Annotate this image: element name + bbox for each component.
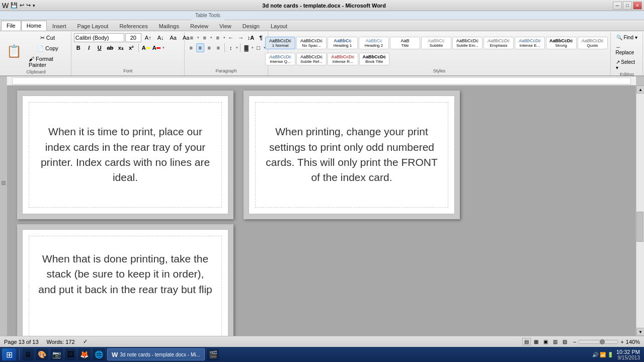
tab-view[interactable]: View [214, 21, 237, 31]
view-outline-button[interactable]: ▥ [551, 338, 559, 345]
quick-redo[interactable]: ↪ [26, 2, 31, 9]
taskbar-icon-bridge[interactable]: 🖼 [65, 348, 76, 360]
bullets-button[interactable]: ≡ [187, 33, 196, 42]
view-print-button[interactable]: ▤ [522, 338, 531, 345]
style-book-title[interactable]: AaBbCcDc Book Title [359, 53, 390, 65]
style-no-space[interactable]: AaBbCcDc No Spac... [296, 37, 327, 49]
tab-file[interactable]: File [1, 21, 21, 31]
format-painter-button[interactable]: 🖌 Format Painter [26, 54, 69, 69]
taskbar-icon-ie[interactable]: 🖥 [23, 348, 34, 360]
taskbar-icon-chrome[interactable]: 🌐 [93, 348, 105, 360]
style-h1[interactable]: AaBbCc Heading 1 [328, 37, 358, 49]
replace-button[interactable]: ↔ Replace [613, 43, 640, 57]
style-intense-r[interactable]: AaBbCcDc Intense R... [328, 53, 358, 65]
sort-button[interactable]: ↕A [247, 33, 256, 42]
taskbar-icon-firefox[interactable]: 🦊 [78, 348, 91, 360]
text-highlight-button[interactable]: A [141, 43, 150, 52]
taskbar-icon-vlc[interactable]: 🎬 [207, 348, 219, 360]
shading-button[interactable]: ▓ [243, 43, 251, 52]
view-fullscreen-button[interactable]: ▦ [532, 338, 540, 345]
taskbar-icon-ps[interactable]: 📷 [50, 348, 63, 360]
style-normal[interactable]: AaBbCcDc 1 Normal [265, 37, 295, 49]
italic-button[interactable]: I [85, 43, 94, 52]
scroll-up-button[interactable]: ▲ [636, 85, 644, 94]
maximize-button[interactable]: □ [623, 2, 632, 10]
zoom-out-button[interactable]: − [573, 339, 576, 345]
multilevel-button[interactable]: ≡ [213, 33, 222, 42]
style-subtle-em[interactable]: AaBbCcDc Subtle Em... [452, 37, 482, 49]
superscript-button[interactable]: x² [127, 43, 136, 52]
borders-button[interactable]: □ [255, 43, 263, 52]
select-button[interactable]: ↗ Select ▾ [613, 58, 640, 72]
justify-button[interactable]: ≡ [214, 43, 222, 52]
grow-font-button[interactable]: A↑ [142, 34, 154, 42]
tab-mailings[interactable]: Mailings [153, 21, 185, 31]
subscript-button[interactable]: x₂ [116, 43, 125, 52]
taskbar: ⊞ 🖥 🎨 📷 🖼 🦊 🌐 W 3d note cards - template… [0, 347, 644, 362]
numbering-arrow[interactable]: ▾ [210, 36, 212, 40]
tab-layout[interactable]: Layout [265, 21, 293, 31]
tab-insert[interactable]: Insert [47, 21, 72, 31]
style-title[interactable]: AaB Title [390, 37, 420, 49]
card-1-inner[interactable]: When it is time to print, place our inde… [29, 102, 222, 208]
ruler-inner[interactable] [12, 77, 631, 84]
shrink-font-button[interactable]: A↓ [155, 34, 167, 42]
align-left-button[interactable]: ≡ [187, 43, 195, 52]
paste-button[interactable]: 📋 [3, 43, 25, 60]
vertical-scrollbar[interactable]: ▲ ▼ [636, 85, 644, 336]
align-center-button[interactable]: ≡ [196, 43, 204, 52]
font-name-input[interactable] [74, 33, 124, 42]
quick-undo[interactable]: ↩ [20, 2, 24, 9]
minimize-button[interactable]: ─ [613, 2, 622, 10]
zoom-level[interactable]: 140% [626, 339, 640, 345]
zoom-slider[interactable] [578, 340, 618, 344]
zoom-in-button[interactable]: + [620, 339, 623, 345]
scroll-thumb[interactable] [636, 212, 643, 242]
bullets-arrow[interactable]: ▾ [197, 36, 199, 40]
scroll-down-button[interactable]: ▼ [636, 328, 644, 336]
tab-design[interactable]: Design [237, 21, 265, 31]
card-3-inner[interactable]: When that is done printing, take the sta… [29, 236, 222, 336]
zoom-thumb[interactable] [600, 339, 605, 344]
line-spacing-arrow[interactable]: ▾ [236, 46, 238, 50]
taskbar-word-button[interactable]: W 3d note cards - template.docx - Mi... [107, 348, 205, 360]
style-h2[interactable]: AaBbCc Heading 2 [359, 37, 389, 49]
style-intense-e[interactable]: AaBbCcDc Intense E... [515, 37, 545, 49]
style-intense-q[interactable]: AaBbCcDc Intense Q... [265, 53, 295, 65]
increase-indent-button[interactable]: → [236, 33, 246, 42]
view-draft-button[interactable]: ▨ [560, 338, 569, 345]
font-size-input[interactable] [125, 33, 141, 42]
close-button[interactable]: ✕ [633, 2, 642, 10]
tab-page-layout[interactable]: Page Layout [72, 21, 114, 31]
taskbar-icon-lr[interactable]: 🎨 [36, 348, 48, 360]
font-color-arrow[interactable]: ▾ [163, 46, 165, 50]
card-2-inner[interactable]: When printing, change your print setting… [255, 102, 448, 208]
multilevel-arrow[interactable]: ▾ [223, 36, 225, 40]
style-subtle-ref[interactable]: AaBbCcDc Subtle Ref... [296, 53, 327, 65]
clear-format-button[interactable]: Aa [168, 34, 179, 42]
numbering-button[interactable]: ≡ [200, 33, 209, 42]
copy-button[interactable]: 📄 Copy [26, 44, 69, 53]
quick-save[interactable]: 💾 [11, 2, 18, 9]
shading-arrow[interactable]: ▾ [252, 46, 254, 50]
bold-button[interactable]: B [74, 43, 83, 52]
tab-review[interactable]: Review [185, 21, 214, 31]
cut-button[interactable]: ✂ Cut [26, 33, 69, 43]
style-quote[interactable]: AaBbCcDc Quote [578, 37, 608, 49]
style-strong[interactable]: AaBbCcDc Strong [546, 37, 577, 49]
start-button[interactable]: ⊞ [2, 348, 16, 360]
view-web-button[interactable]: ▣ [541, 338, 550, 345]
tab-references[interactable]: References [114, 21, 153, 31]
find-button[interactable]: 🔍 Find ▾ [613, 33, 640, 42]
underline-button[interactable]: U [95, 43, 104, 52]
line-spacing-button[interactable]: ↕ [227, 43, 235, 52]
strikethrough-button[interactable]: ab [106, 43, 115, 52]
font-color-button[interactable]: A [152, 43, 161, 52]
align-right-button[interactable]: ≡ [205, 43, 213, 52]
tab-home[interactable]: Home [21, 21, 47, 31]
document-area[interactable]: When it is time to print, place our inde… [7, 85, 636, 336]
decrease-indent-button[interactable]: ← [226, 33, 235, 42]
style-subtitle[interactable]: AaBbCc Subtitle [421, 37, 451, 49]
style-emphasis[interactable]: AaBbCcDc Emphasis [484, 37, 514, 49]
style-name-nospace: No Spac... [300, 43, 323, 48]
